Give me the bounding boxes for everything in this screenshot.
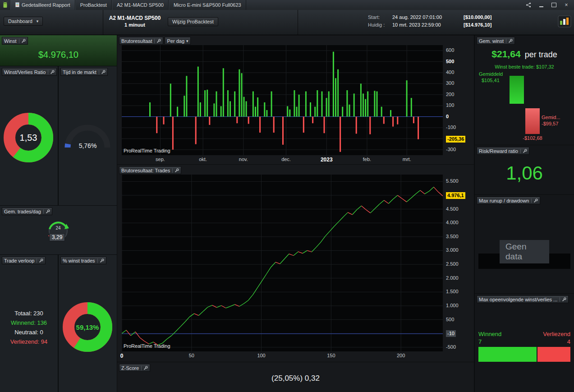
trades-dag-settings-button[interactable] <box>43 209 50 214</box>
winst-panel-label: Winst <box>4 38 17 44</box>
probacktest-report-window: Gedetailleerd Rapport ProBacktest A2 M1-… <box>0 0 574 392</box>
ratio-panel-chip: Winst/Verlies Ratio <box>2 68 57 76</box>
streak-chip: Max opeenvolgende winst/verlies ... <box>477 295 569 303</box>
verloop-settings-button[interactable] <box>37 258 43 263</box>
risk-reward-label: Risk/Reward ratio <box>479 148 518 154</box>
max-runup-drawdown-panel: Max runup / drawdown Geen data <box>475 195 574 293</box>
pct-winst-trades-panel: % winst trades 59,13% <box>59 255 117 392</box>
winnend-label: Winnend <box>478 331 501 337</box>
geen-data-text: Geen data <box>500 240 549 263</box>
brutoresultaat-trades-label: Brutoresultaat: Trades <box>121 168 170 173</box>
trades-dag-panel-label: Gem. trades/dag <box>4 209 41 214</box>
tab-micro-emini-sp500[interactable]: Micro E-mini S&P500 Full0623 <box>169 0 246 10</box>
backtest-title: A2 M1-MACD SP500 1 minuut <box>104 15 166 28</box>
gem-winst-label: Gem. winst <box>479 38 504 44</box>
brutoresultaat-label: Brutoresultaat <box>121 38 152 44</box>
ratio-settings-button[interactable] <box>48 70 55 74</box>
ratio-panel-label: Winst/Verlies Ratio <box>4 69 46 75</box>
trades-dag-panel-chip: Gem. trades/dag <box>2 208 52 215</box>
pct-winst-value: 59,13% <box>76 323 99 331</box>
prorealtime-watermark: ProRealTime Trading <box>124 148 170 153</box>
equity-curve-chart[interactable] <box>122 175 443 351</box>
winst-settings-button[interactable] <box>19 39 26 43</box>
toolbar-separator <box>103 10 103 35</box>
left-column: Winst $4.976,10 Winst/Verlies Ratio 1,53… <box>0 35 117 392</box>
wijzig-probacktest-button[interactable]: Wijzig ProBacktest <box>168 17 218 26</box>
streak-label: Max opeenvolgende winst/verlies ... <box>479 297 557 302</box>
avg-win-bar <box>510 76 524 104</box>
brutoresultaat-settings-button[interactable] <box>154 39 161 43</box>
svg-text:24: 24 <box>55 226 61 231</box>
winst-value: $4.976,10 <box>0 50 117 60</box>
winst-verlies-ratio-panel: Winst/Verlies Ratio 1,53 <box>0 66 58 205</box>
trade-verloop-panel: Trade verloop Totaal: 230 Winnend: 136 N… <box>0 255 58 392</box>
backtest-name: A2 M1-MACD SP500 <box>104 15 166 21</box>
report-icon <box>15 2 19 8</box>
tijd-in-de-markt-panel: Tijd in de markt 5,76% <box>59 66 117 205</box>
gem-winst-settings-button[interactable] <box>506 39 513 43</box>
avg-loss-bar <box>525 108 540 134</box>
window-controls: × <box>525 0 574 10</box>
per-dag-dropdown[interactable]: Per dag ▾ <box>165 37 190 45</box>
tijd-settings-button[interactable] <box>99 70 106 74</box>
z-score-panel: Z-Score (25,05%) 0,32 <box>117 362 474 392</box>
chevron-down-icon: ▾ <box>186 39 188 43</box>
tab-label: ProBacktest <box>80 2 107 8</box>
risk-reward-chip: Risk/Reward ratio <box>477 147 529 155</box>
maximize-button[interactable] <box>551 2 557 8</box>
right-column: Gem. winst $21,64 per trade Winst beste … <box>475 35 574 392</box>
beste-trade-text: Winst beste trade: $107,32 <box>475 64 574 69</box>
daily-result-bar-chart[interactable] <box>122 45 443 155</box>
risk-reward-panel: Risk/Reward ratio 1,06 <box>475 145 574 194</box>
risk-reward-value: 1,06 <box>475 162 574 184</box>
verliezend-label: Verliezend <box>543 331 570 337</box>
winst-panel: Winst $4.976,10 <box>0 35 117 66</box>
verliezend-bar <box>537 347 570 362</box>
tab-label: Micro E-mini S&P500 Full0623 <box>174 2 241 8</box>
winst-verlies-donut: 1,53 <box>3 112 54 163</box>
tab-gedetailleerd-rapport[interactable]: Gedetailleerd Rapport <box>10 0 75 10</box>
risk-reward-settings-button[interactable] <box>520 149 527 153</box>
pct-winst-panel-label: % winst trades <box>63 258 95 263</box>
brutoresultaat-chip: Brutoresultaat <box>119 37 163 45</box>
clock-24h-icon: 24 <box>44 217 73 246</box>
eq-settings-button[interactable] <box>172 168 179 173</box>
winnend-bar <box>478 347 537 362</box>
close-button[interactable]: × <box>563 2 569 8</box>
tab-a2-m1-macd-sp500[interactable]: A2 M1-MACD SP500 <box>112 0 169 10</box>
streak-bars <box>478 347 570 362</box>
tab-probacktest[interactable]: ProBacktest <box>75 0 112 10</box>
minimize-button[interactable] <box>538 2 544 8</box>
brutoresultaat-per-dag-panel: Brutoresultaat Per dag ▾ 600500400300200… <box>117 35 474 164</box>
center-column: Brutoresultaat Per dag ▾ 600500400300200… <box>117 35 474 392</box>
gem-winst-panel: Gem. winst $21,64 per trade Winst beste … <box>475 35 574 145</box>
runup-settings-button[interactable] <box>531 198 538 203</box>
ratio-value: 1,53 <box>20 133 37 143</box>
dashboard-label: Dashboard <box>8 18 32 24</box>
gemiddeld-loss-label: Gemid... <box>542 115 560 120</box>
tijd-value: 5,76% <box>59 142 117 149</box>
backtest-period-info: Start: 24 aug. 2022 07:01:00 [$10.000,00… <box>368 14 491 28</box>
slechtste-trade-value: -$102,68 <box>518 135 547 141</box>
verliezend-row: Verliezend: 94 <box>0 338 58 348</box>
brutoresultaat-trades-panel: Brutoresultaat: Trades 5.5004.976,14.500… <box>117 165 474 362</box>
backtest-timeframe: 1 minuut <box>104 22 166 28</box>
pct-winst-donut: 59,13% <box>62 302 113 352</box>
z-score-chip: Z-Score <box>119 364 150 372</box>
totaal-row: Totaal: 230 <box>0 310 58 319</box>
current-label: Huidig : <box>368 22 390 28</box>
streak-settings-button[interactable] <box>560 297 566 302</box>
winst-panel-chip: Winst <box>2 37 28 45</box>
dashboard-dropdown[interactable]: Dashboard ▾ <box>4 17 43 26</box>
start-label: Start: <box>368 14 390 20</box>
z-score-settings-button[interactable] <box>141 366 148 370</box>
winnend-row: Winnend: 136 <box>0 319 58 329</box>
window-tab-bar: Gedetailleerd Rapport ProBacktest A2 M1-… <box>0 0 574 10</box>
pct-winst-settings-button[interactable] <box>97 258 104 263</box>
gem-winst-suffix: per trade <box>525 50 557 59</box>
tab-label: Gedetailleerd Rapport <box>22 2 70 8</box>
proorder-icon[interactable] <box>558 15 571 28</box>
share-icon[interactable] <box>525 2 532 8</box>
gem-trades-dag-panel: Gem. trades/dag 24 3,29 <box>0 206 117 254</box>
max-opeenvolgende-panel: Max opeenvolgende winst/verlies ... Winn… <box>475 294 574 392</box>
